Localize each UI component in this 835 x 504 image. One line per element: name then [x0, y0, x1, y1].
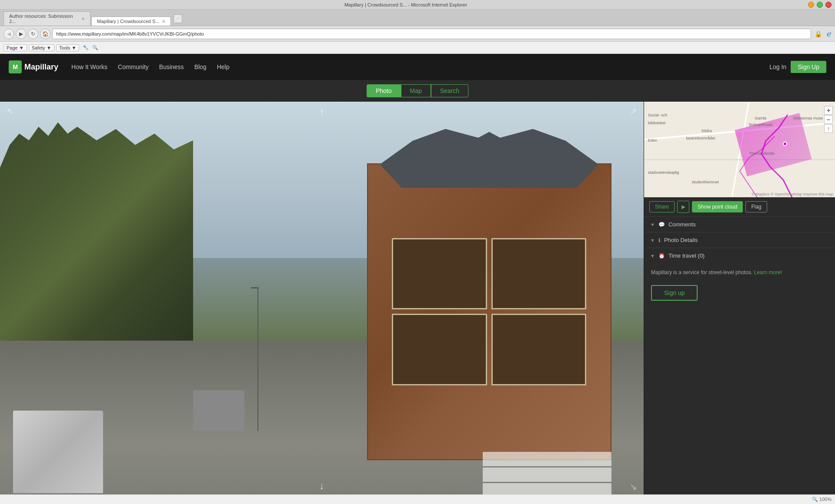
- main-nav: How It Works Community Business Blog Hel…: [71, 63, 769, 70]
- photo-details-chevron: ▼: [650, 238, 655, 243]
- nav-business[interactable]: Business: [159, 63, 184, 70]
- logo-icon: M: [9, 60, 22, 73]
- photo-nav-up[interactable]: ↑: [319, 106, 324, 118]
- comments-icon: 💬: [658, 222, 665, 228]
- photo-nav-topright[interactable]: ↗: [630, 106, 637, 116]
- map-label-sodra: Södra: [701, 129, 712, 133]
- home-button[interactable]: 🏠: [40, 29, 50, 39]
- browser-tab-1[interactable]: Mapillary | Crowdsourced S... ✕: [91, 17, 171, 26]
- forward-button[interactable]: ▶: [16, 29, 26, 39]
- ie-compatibility: 🔧: [83, 45, 89, 50]
- photo-nav-topleft[interactable]: ↖: [7, 106, 14, 116]
- titlebar-text: Mapillary | Crowdsourced S... - Microsof…: [3, 2, 808, 7]
- scene-building: [367, 163, 611, 460]
- map-attribution: © Mapbox © OpenStreetMap Improve this ma…: [752, 192, 833, 196]
- lock-icon: 🔒: [813, 29, 823, 39]
- photo-details-section-header[interactable]: ▼ ℹ Photo Details: [644, 232, 835, 248]
- tab-close-0[interactable]: ✕: [81, 17, 85, 21]
- map-zoom-in[interactable]: +: [824, 106, 833, 115]
- scene-trees: [0, 122, 193, 348]
- street-photo: [0, 102, 644, 504]
- comments-label: Comments: [668, 221, 696, 228]
- tab-label-1: Mapillary | Crowdsourced S...: [97, 19, 159, 24]
- map-label-1: biblioteket: [648, 121, 666, 125]
- map-compass[interactable]: ↑: [824, 124, 833, 133]
- window-maximize[interactable]: [817, 2, 823, 8]
- zoom-level: 🔍 100%: [812, 497, 832, 502]
- nav-blog[interactable]: Blog: [194, 63, 207, 70]
- ie-icon: ℯ: [827, 29, 832, 39]
- map-label-biskops: Biskopshuset: [749, 123, 772, 127]
- scene-car-white: [13, 411, 103, 493]
- photo-nav-down[interactable]: ↓: [319, 480, 324, 492]
- map-label-gamla: Gamla: [755, 116, 767, 120]
- refresh-button[interactable]: ↻: [28, 29, 38, 39]
- browser-tab-0[interactable]: Author resources: Submission J... ✕: [3, 11, 90, 26]
- new-tab-button[interactable]: +: [174, 14, 182, 23]
- browser-status-bar: 🔍 100%: [0, 494, 835, 504]
- browser-tabs-bar: Author resources: Submission J... ✕ Mapi…: [0, 10, 835, 26]
- page-menu[interactable]: Page ▼: [3, 44, 27, 51]
- sidebar-actions: Share ▶ Show point cloud Flag: [644, 197, 835, 216]
- learn-more-link[interactable]: Learn more!: [754, 269, 782, 275]
- main-content: ↑ ↖ ↗ ↓ ↘ jesolem / Apr 17, 2014 12:13:5…: [0, 102, 835, 504]
- play-button[interactable]: ▶: [677, 201, 689, 213]
- app-header: M Mapillary How It Works Community Busin…: [0, 54, 835, 80]
- back-button[interactable]: ◀: [3, 29, 14, 39]
- signup-header-button[interactable]: Sign Up: [791, 61, 826, 73]
- flag-button[interactable]: Flag: [745, 201, 767, 212]
- signup-sidebar-button[interactable]: Sign up: [651, 285, 698, 301]
- scene-car: [193, 390, 244, 431]
- time-travel-section-header[interactable]: ▼ ⏰ Time travel (0): [644, 248, 835, 263]
- window-1: [392, 238, 487, 310]
- window-2: [491, 238, 586, 310]
- map-label-skiss: Skissernas muse: [793, 116, 823, 120]
- sidebar: Social- och biblioteket Eden Södra lasar…: [644, 102, 835, 504]
- map-label-eden: Eden: [648, 138, 657, 143]
- browser-controls: ◀ ▶ ↻ 🏠 https://www.mapillary.com/map/im…: [0, 26, 835, 42]
- signup-area: Sign up: [644, 282, 835, 304]
- window-close[interactable]: [825, 2, 832, 8]
- time-travel-icon: ⏰: [658, 253, 665, 259]
- photo-details-icon: ℹ: [658, 237, 661, 243]
- nav-help[interactable]: Help: [217, 63, 230, 70]
- safety-menu[interactable]: Safety ▼: [29, 44, 54, 51]
- map-label-lasarett: lasarettsområdet: [686, 136, 715, 140]
- map-view-button[interactable]: Map: [401, 84, 431, 97]
- tab-close-1[interactable]: ✕: [162, 19, 165, 24]
- search-view-button[interactable]: Search: [431, 84, 468, 97]
- window-3: [392, 314, 487, 385]
- comments-section-header[interactable]: ▼ 💬 Comments: [644, 216, 835, 232]
- map-label-student: studenthemmet: [692, 180, 719, 184]
- point-cloud-button[interactable]: Show point cloud: [692, 201, 743, 212]
- scene-streetlight: [257, 287, 258, 431]
- address-bar[interactable]: https://www.mapillary.com/map/im/MK4b8v1…: [52, 29, 811, 39]
- window-minimize[interactable]: [808, 2, 814, 8]
- photo-view-button[interactable]: Photo: [367, 84, 401, 97]
- map-controls: + – ↑: [824, 106, 833, 133]
- time-travel-label: Time travel (0): [668, 252, 705, 259]
- browser-titlebar: Mapillary | Crowdsourced S... - Microsof…: [0, 0, 835, 10]
- logo-text: Mapillary: [24, 63, 58, 72]
- address-url: https://www.mapillary.com/map/im/MK4b8v1…: [56, 31, 204, 36]
- crosswalk-stripe-2: [483, 468, 611, 482]
- window-4: [491, 314, 586, 385]
- logo[interactable]: M Mapillary: [9, 60, 58, 73]
- view-toggle-bar: Photo Map Search: [0, 80, 835, 102]
- tools-menu[interactable]: Tools ▼: [56, 44, 80, 51]
- crosswalk-stripe-1: [483, 452, 611, 466]
- comments-chevron: ▼: [650, 222, 655, 227]
- nav-community[interactable]: Community: [118, 63, 149, 70]
- photo-details-label: Photo Details: [664, 237, 698, 243]
- browser-toolbar: Page ▼ Safety ▼ Tools ▼ 🔧 🔍: [0, 42, 835, 54]
- map-label-thomas: Thomandersbi-: [749, 151, 775, 156]
- share-button[interactable]: Share: [649, 201, 675, 212]
- time-travel-chevron: ▼: [650, 253, 655, 259]
- login-button[interactable]: Log In: [769, 63, 786, 70]
- nav-how-it-works[interactable]: How It Works: [71, 63, 107, 70]
- photo-nav-bottomright[interactable]: ↘: [630, 481, 637, 492]
- ie-research: 🔍: [92, 45, 98, 50]
- header-actions: Log In Sign Up: [769, 61, 826, 73]
- map-zoom-out[interactable]: –: [824, 115, 833, 124]
- map-label-0: Social- och: [648, 113, 668, 117]
